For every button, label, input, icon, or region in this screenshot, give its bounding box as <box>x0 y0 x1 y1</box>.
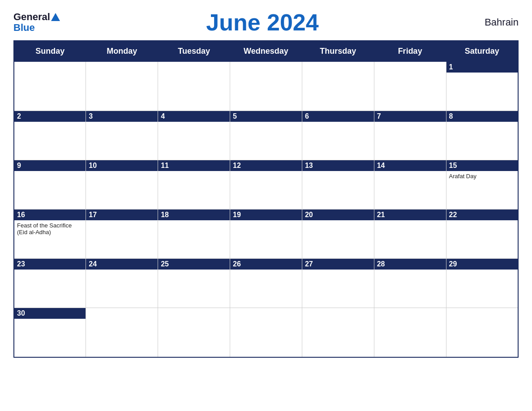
logo-blue-text: Blue <box>13 22 35 33</box>
day-events <box>374 64 446 111</box>
calendar-cell: 22 <box>446 210 518 259</box>
calendar-cell <box>302 308 374 357</box>
day-of-week-header: Wednesday <box>230 41 302 62</box>
day-number-row: 1 <box>446 62 518 73</box>
page-title: June 2024 <box>60 9 465 36</box>
day-number-row: 21 <box>374 210 446 220</box>
calendar-table: SundayMondayTuesdayWednesdayThursdayFrid… <box>13 40 519 358</box>
day-events <box>302 64 374 111</box>
day-number-row: 18 <box>158 210 230 220</box>
calendar-cell <box>86 62 158 111</box>
day-events <box>230 64 302 111</box>
calendar-cell: 16Feast of the Sacrifice (Eid al-Adha) <box>14 210 86 259</box>
logo-general-text: General <box>13 12 50 22</box>
day-number-row: 4 <box>158 111 230 122</box>
calendar-week-row: 1 <box>14 62 518 111</box>
calendar-cell <box>302 62 374 111</box>
day-events <box>446 220 518 258</box>
calendar-cell: 5 <box>230 111 302 160</box>
day-events <box>158 220 230 258</box>
day-events <box>86 171 158 209</box>
day-number-row: 24 <box>86 259 158 270</box>
day-of-week-header: Tuesday <box>158 41 230 62</box>
calendar-cell <box>230 62 302 111</box>
day-events <box>158 311 230 357</box>
calendar-cell: 17 <box>86 210 158 259</box>
calendar-header-row: SundayMondayTuesdayWednesdayThursdayFrid… <box>14 41 518 62</box>
calendar-cell: 21 <box>374 210 446 259</box>
calendar-cell <box>158 62 230 111</box>
calendar-cell <box>374 62 446 111</box>
day-number-row: 28 <box>374 259 446 270</box>
calendar-cell <box>158 308 230 357</box>
day-of-week-header: Thursday <box>302 41 374 62</box>
day-number-row: 10 <box>86 160 158 171</box>
day-events <box>302 311 374 357</box>
calendar-cell: 13 <box>302 160 374 210</box>
day-number-row: 27 <box>302 259 374 270</box>
logo-triangle-icon <box>51 13 60 21</box>
day-events <box>14 122 86 160</box>
calendar-cell: 25 <box>158 259 230 308</box>
calendar-cell: 18 <box>158 210 230 259</box>
day-number-row: 22 <box>446 210 518 220</box>
day-number-row: 17 <box>86 210 158 220</box>
calendar-cell: 26 <box>230 259 302 308</box>
day-events <box>158 270 230 308</box>
day-number-row: 5 <box>230 111 302 122</box>
day-events <box>446 270 518 308</box>
calendar-cell: 19 <box>230 210 302 259</box>
day-number-row: 2 <box>14 111 86 122</box>
day-events <box>302 220 374 258</box>
calendar-cell: 1 <box>446 62 518 111</box>
day-events <box>86 220 158 258</box>
calendar-cell: 20 <box>302 210 374 259</box>
day-events <box>86 270 158 308</box>
day-events <box>14 171 86 209</box>
day-number-row: 25 <box>158 259 230 270</box>
day-events <box>14 319 86 357</box>
calendar-cell: 27 <box>302 259 374 308</box>
calendar-cell: 29 <box>446 259 518 308</box>
calendar-cell: 14 <box>374 160 446 210</box>
day-number-row: 11 <box>158 160 230 171</box>
calendar-cell: 9 <box>14 160 86 210</box>
calendar-cell <box>230 308 302 357</box>
day-events <box>302 122 374 160</box>
day-events <box>302 270 374 308</box>
day-of-week-header: Monday <box>86 41 158 62</box>
day-number-row: 19 <box>230 210 302 220</box>
calendar-cell: 4 <box>158 111 230 160</box>
calendar-week-row: 2345678 <box>14 111 518 160</box>
day-events <box>446 311 518 357</box>
day-events: Arafat Day <box>446 171 518 209</box>
calendar-week-row: 9101112131415Arafat Day <box>14 160 518 210</box>
day-number-row: 6 <box>302 111 374 122</box>
day-number-row: 20 <box>302 210 374 220</box>
day-events <box>446 122 518 160</box>
calendar-cell: 8 <box>446 111 518 160</box>
day-of-week-header: Saturday <box>446 41 518 62</box>
calendar-cell: 6 <box>302 111 374 160</box>
calendar-cell <box>14 62 86 111</box>
event-label: Arafat Day <box>449 173 515 180</box>
day-events <box>446 73 518 111</box>
day-of-week-header: Sunday <box>14 41 86 62</box>
day-events <box>374 122 446 160</box>
day-events: Feast of the Sacrifice (Eid al-Adha) <box>14 220 86 258</box>
calendar-week-row: 16Feast of the Sacrifice (Eid al-Adha)17… <box>14 210 518 259</box>
event-label: Feast of the Sacrifice (Eid al-Adha) <box>17 222 83 235</box>
day-events <box>86 64 158 111</box>
day-number-row: 29 <box>446 259 518 270</box>
calendar-body: 123456789101112131415Arafat Day16Feast o… <box>14 62 518 357</box>
day-number-row: 15 <box>446 160 518 171</box>
calendar-cell: 12 <box>230 160 302 210</box>
calendar-cell <box>374 308 446 357</box>
day-number-row: 12 <box>230 160 302 171</box>
day-number-row: 26 <box>230 259 302 270</box>
day-events <box>14 270 86 308</box>
day-events <box>230 220 302 258</box>
calendar-cell: 23 <box>14 259 86 308</box>
day-events <box>374 270 446 308</box>
day-number-row: 8 <box>446 111 518 122</box>
